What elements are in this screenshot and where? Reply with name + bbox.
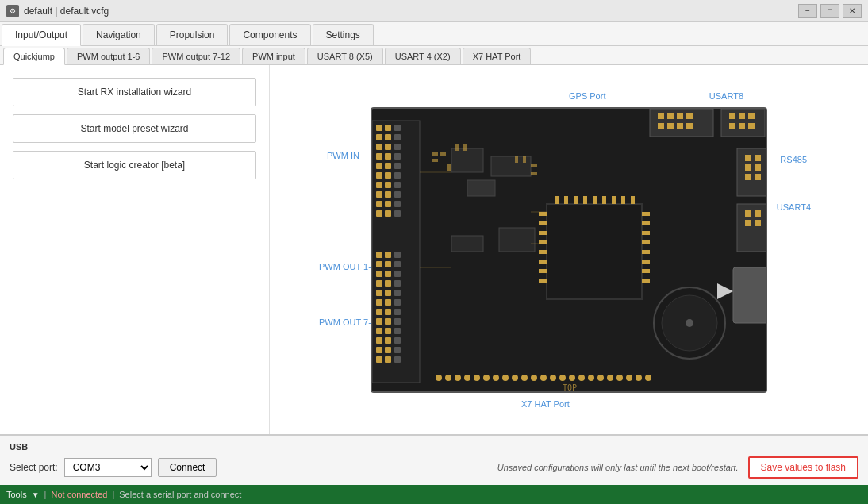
svg-rect-61 <box>394 299 401 306</box>
svg-rect-124 <box>748 123 755 129</box>
svg-rect-68 <box>547 204 642 299</box>
svg-rect-79 <box>642 231 650 235</box>
svg-rect-31 <box>385 290 391 296</box>
svg-rect-121 <box>748 113 755 119</box>
svg-rect-2 <box>376 125 382 131</box>
tab-components[interactable]: Components <box>229 24 310 45</box>
subtab-pwm-input[interactable]: PWM input <box>242 48 305 64</box>
svg-rect-144 <box>464 375 470 381</box>
usb-section-label: USB <box>10 442 858 452</box>
svg-rect-123 <box>739 123 745 129</box>
rs485-label[interactable]: RS485 <box>780 155 807 164</box>
connect-button[interactable]: Connect <box>158 458 217 477</box>
gps-port-label[interactable]: GPS Port <box>569 91 605 101</box>
svg-rect-37 <box>385 318 391 325</box>
svg-rect-157 <box>588 375 594 381</box>
usb-bar: USB Select port: COM3 COM1 COM2 COM4 Con… <box>0 434 868 485</box>
svg-rect-116 <box>667 123 674 129</box>
svg-rect-7 <box>385 144 391 150</box>
svg-rect-94 <box>451 148 483 172</box>
rx-installation-wizard-button[interactable]: Start RX installation wizard <box>13 78 256 106</box>
pwm-out-1-6-label[interactable]: PWM OUT 1-6 <box>319 262 376 271</box>
pcb-board-image: TOP <box>371 107 767 393</box>
tab-propulsion[interactable]: Propulsion <box>156 24 229 45</box>
svg-rect-115 <box>658 123 664 129</box>
svg-rect-127 <box>745 155 751 161</box>
tab-navigation[interactable]: Navigation <box>83 24 155 45</box>
svg-rect-156 <box>578 375 585 381</box>
svg-rect-3 <box>385 125 391 131</box>
close-button[interactable]: ✕ <box>843 4 862 18</box>
svg-rect-148 <box>502 375 509 381</box>
svg-rect-117 <box>677 123 683 129</box>
svg-rect-86 <box>564 196 568 204</box>
svg-rect-49 <box>394 153 401 160</box>
svg-rect-21 <box>385 210 391 217</box>
svg-rect-55 <box>394 210 401 217</box>
minimize-button[interactable]: − <box>798 4 817 18</box>
svg-rect-88 <box>583 196 587 204</box>
svg-rect-97 <box>499 228 535 252</box>
svg-rect-51 <box>394 172 401 179</box>
svg-rect-150 <box>521 375 528 381</box>
window-title: default | default.vcfg <box>24 6 109 17</box>
svg-rect-66 <box>394 347 401 353</box>
svg-rect-36 <box>376 318 382 325</box>
svg-rect-17 <box>385 191 391 198</box>
svg-rect-160 <box>616 375 623 381</box>
tab-input-output[interactable]: Input/Output <box>2 24 81 46</box>
tools-menu[interactable]: Tools <box>6 490 27 499</box>
svg-rect-93 <box>631 196 635 204</box>
model-preset-wizard-button[interactable]: Start model preset wizard <box>13 114 256 143</box>
svg-rect-27 <box>385 271 391 277</box>
svg-rect-67 <box>394 356 401 363</box>
svg-rect-151 <box>531 375 537 381</box>
svg-rect-75 <box>539 269 547 273</box>
svg-rect-132 <box>755 174 761 180</box>
svg-rect-162 <box>636 375 642 381</box>
svg-rect-137 <box>733 267 767 323</box>
svg-rect-47 <box>394 134 401 140</box>
svg-rect-57 <box>394 261 401 267</box>
svg-rect-45 <box>385 356 391 363</box>
subtab-usart8[interactable]: USART 8 (X5) <box>307 48 383 64</box>
logic-creator-button[interactable]: Start logic creator [beta] <box>13 151 256 179</box>
svg-rect-22 <box>376 252 382 258</box>
port-select[interactable]: COM3 COM1 COM2 COM4 <box>64 458 152 477</box>
usart8-label[interactable]: USART8 <box>709 91 743 101</box>
subtab-usart4[interactable]: USART 4 (X2) <box>385 48 461 64</box>
svg-rect-32 <box>376 299 382 306</box>
svg-rect-70 <box>539 221 547 225</box>
svg-rect-41 <box>385 337 391 344</box>
x7hat-label[interactable]: X7 HAT Port <box>521 399 570 409</box>
maximize-button[interactable]: □ <box>820 4 839 18</box>
svg-rect-26 <box>376 271 382 277</box>
subtab-x7hat[interactable]: X7 HAT Port <box>463 48 532 64</box>
svg-rect-91 <box>612 196 616 204</box>
menu-tabs: Input/Output Navigation Propulsion Compo… <box>0 22 868 46</box>
svg-rect-135 <box>745 220 751 226</box>
pwm-in-label[interactable]: PWM IN <box>327 151 359 160</box>
svg-rect-19 <box>385 201 391 207</box>
subtab-pwm-output-712[interactable]: PWM output 7-12 <box>152 48 240 64</box>
save-to-flash-button[interactable]: Save values to flash <box>748 456 858 479</box>
svg-rect-8 <box>376 153 382 160</box>
svg-rect-81 <box>642 250 650 254</box>
svg-rect-77 <box>642 212 650 216</box>
svg-rect-158 <box>597 375 604 381</box>
svg-rect-141 <box>436 375 442 381</box>
tab-settings[interactable]: Settings <box>313 24 374 45</box>
svg-rect-145 <box>474 375 480 381</box>
svg-rect-126 <box>737 204 767 252</box>
subtab-quickjump[interactable]: Quickjump <box>3 48 65 65</box>
svg-rect-80 <box>642 240 650 244</box>
svg-rect-163 <box>645 375 651 381</box>
subtab-pwm-output-16[interactable]: PWM output 1-6 <box>67 48 150 64</box>
usart4-label[interactable]: USART4 <box>777 202 811 212</box>
svg-rect-161 <box>626 375 632 381</box>
svg-rect-18 <box>376 201 382 207</box>
svg-rect-111 <box>658 113 664 119</box>
svg-rect-143 <box>455 375 461 381</box>
svg-rect-20 <box>376 210 382 217</box>
tools-arrow-icon: ▼ <box>32 491 40 499</box>
